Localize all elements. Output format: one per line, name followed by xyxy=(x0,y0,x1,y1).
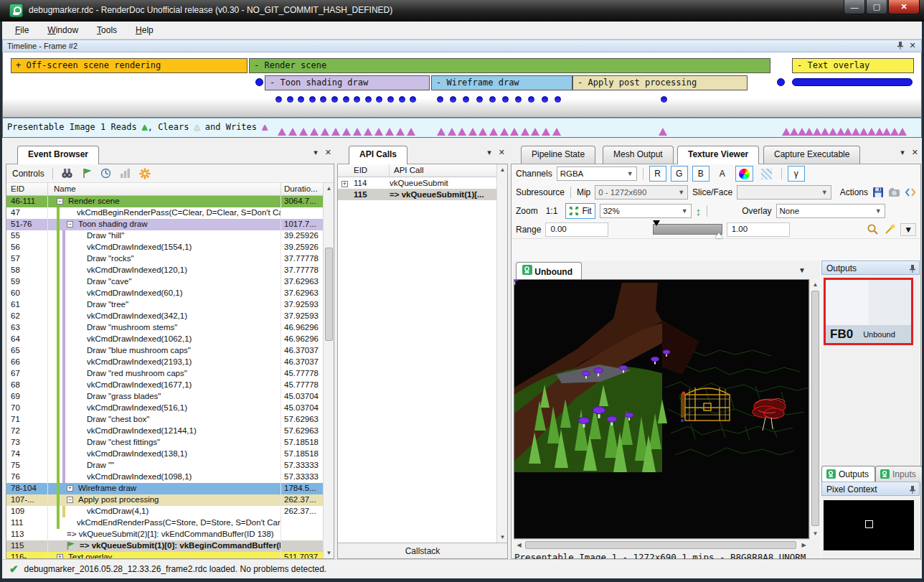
event-row[interactable]: 65Draw "blue mushroom caps"46.37037 xyxy=(6,345,323,357)
timeline-write-triangle[interactable] xyxy=(500,128,509,136)
api-column-eid[interactable]: EID xyxy=(338,164,390,177)
api-calls-menu-icon[interactable]: ▾ xyxy=(487,148,491,157)
tab-event-browser[interactable]: Event Browser xyxy=(17,146,99,164)
event-row[interactable]: 60vkCmdDrawIndexed(60,1)37.62963 xyxy=(6,288,323,299)
column-duration[interactable]: Duratio... xyxy=(281,183,323,195)
event-row[interactable]: 51-76−Toon shading draw1017.7... xyxy=(6,219,323,230)
api-calls-scrollbar[interactable]: ▲ ▼ xyxy=(496,164,507,543)
timeline-bar-wireframe[interactable]: - Wireframe draw xyxy=(431,75,572,90)
channel-red-button[interactable]: R xyxy=(649,166,666,182)
event-row[interactable]: 109vkCmdDraw(4,1)262.37... xyxy=(6,506,323,517)
fb0-thumbnail[interactable]: FB0 Unbound xyxy=(824,278,913,345)
timeline-draw-dot[interactable] xyxy=(255,78,263,86)
scroll-thumb[interactable] xyxy=(525,541,796,549)
timeline-write-triangle[interactable] xyxy=(374,128,383,136)
event-row[interactable]: 61Draw "tree"37.92593 xyxy=(6,299,323,311)
timeline-write-triangle[interactable] xyxy=(478,128,487,136)
timeline-draw-dot[interactable] xyxy=(777,78,785,86)
timeline-write-triangle[interactable] xyxy=(331,128,340,136)
event-row[interactable]: 71Draw "chest box"57.62963 xyxy=(6,414,323,426)
timeline-bar-toon-shading[interactable]: - Toon shading draw xyxy=(265,75,430,90)
flip-y-button[interactable]: ↕ xyxy=(696,205,702,217)
timeline-write-triangle[interactable] xyxy=(521,128,529,136)
callstack-section[interactable]: Callstack xyxy=(338,543,507,558)
event-row[interactable]: 47vkCmdBeginRenderPass(C=Clear, D=Clear,… xyxy=(6,207,323,219)
event-row[interactable]: 68vkCmdDrawIndexed(1677,1)45.77778 xyxy=(6,380,323,391)
event-grid-header[interactable]: EID Name Duratio... xyxy=(6,183,323,196)
event-row[interactable]: 70vkCmdDrawIndexed(516,1)45.03704 xyxy=(6,403,323,414)
timeline-close-icon[interactable]: ✕ xyxy=(907,41,918,52)
timeline-write-triangle[interactable] xyxy=(342,128,351,136)
timeline-write-triangle[interactable] xyxy=(659,128,667,136)
texture-vscrollbar[interactable]: ▲ ▼ xyxy=(809,279,820,539)
scroll-thumb[interactable] xyxy=(811,291,819,526)
maximize-button[interactable]: ▢ xyxy=(866,0,887,14)
pixel-context-view[interactable] xyxy=(824,500,914,550)
timeline-write-triangle[interactable] xyxy=(364,128,372,136)
timeline-write-triangle[interactable] xyxy=(310,128,319,136)
event-row[interactable]: 63Draw "mushroom stems"46.96296 xyxy=(6,322,323,334)
event-row[interactable]: 107-...−Apply post processing262.37... xyxy=(6,494,323,506)
api-calls-close-icon[interactable]: ✕ xyxy=(499,148,505,157)
event-row[interactable]: 75Draw ""57.33333 xyxy=(6,460,323,471)
tab-texture-viewer[interactable]: Texture Viewer xyxy=(677,146,759,164)
event-row[interactable]: 62vkCmdDrawIndexed(342,1)37.92593 xyxy=(6,311,323,322)
texture-hscrollbar[interactable]: ◀ ▶ xyxy=(514,539,809,550)
right-panel-menu-icon[interactable]: ▾ xyxy=(900,148,905,157)
api-grid-header[interactable]: EID API Call xyxy=(338,164,496,177)
minimize-button[interactable]: — xyxy=(844,0,865,14)
texture-image[interactable] xyxy=(514,279,809,539)
right-panel-close-icon[interactable]: ✕ xyxy=(912,148,918,157)
tab-outputs[interactable]: Outputs xyxy=(821,466,875,482)
timeline-write-triangle[interactable] xyxy=(448,128,456,136)
pin-icon[interactable] xyxy=(909,485,915,496)
title-bar[interactable]: debugmarker.rdc - RenderDoc Unofficial r… xyxy=(0,0,924,22)
timeline-bar-post-processing[interactable]: - Apply post processing xyxy=(572,75,748,90)
event-browser-scrollbar[interactable]: ▲ ▼ xyxy=(323,183,334,558)
range-options-button[interactable]: ▼ xyxy=(900,223,916,236)
api-call-row[interactable]: 115=> vkQueueSubmit(1)[... xyxy=(338,189,496,200)
timeline-write-triangle[interactable] xyxy=(288,128,297,136)
tab-unbound[interactable]: Unbound xyxy=(516,262,582,279)
event-row[interactable]: 57Draw "rocks"37.77778 xyxy=(6,253,323,265)
menu-window[interactable]: Window xyxy=(47,25,78,35)
event-row[interactable]: 111vkCmdEndRenderPass(C=Store, D=Store, … xyxy=(6,517,323,529)
tab-pipeline-state[interactable]: Pipeline State xyxy=(521,146,595,164)
event-row[interactable]: 74vkCmdDrawIndexed(138,1)57.18518 xyxy=(6,449,323,460)
expander-minus-icon[interactable]: − xyxy=(67,221,73,227)
expander-plus-icon[interactable]: + xyxy=(57,554,63,558)
timeline-body[interactable]: + Off-screen scene rendering - Render sc… xyxy=(2,52,922,118)
stats-icon[interactable] xyxy=(119,167,132,180)
tab-inputs[interactable]: Inputs xyxy=(875,466,923,482)
pin-icon[interactable] xyxy=(909,264,915,275)
menu-help[interactable]: Help xyxy=(136,25,154,35)
bookmark-star-icon[interactable] xyxy=(138,167,151,180)
timeline-resource-strip[interactable]: Presentable Image 1 Reads ▲, Clears ▲ an… xyxy=(2,118,922,138)
autofit-wand-icon[interactable] xyxy=(883,223,896,236)
api-column-call[interactable]: API Call xyxy=(390,164,496,177)
fit-button[interactable]: Fit xyxy=(565,203,595,219)
mip-select[interactable]: 0 - 1272x690▼ xyxy=(595,185,688,200)
autofit-magnifier-icon[interactable] xyxy=(866,223,879,236)
expander-plus-icon[interactable]: + xyxy=(67,485,73,492)
range-max-handle[interactable] xyxy=(715,233,722,238)
expander-plus-icon[interactable]: + xyxy=(341,181,348,187)
tab-api-calls[interactable]: API Calls xyxy=(349,146,407,164)
expander-minus-icon[interactable]: − xyxy=(67,497,73,503)
scroll-up-icon[interactable]: ▲ xyxy=(810,279,821,290)
timeline-write-triangle[interactable] xyxy=(278,128,286,136)
timeline-bar-render-scene[interactable]: - Render scene xyxy=(249,58,770,73)
event-row[interactable]: 46-111−Render scene3064.7... xyxy=(6,196,323,207)
event-row[interactable]: 73Draw "chest fittings"57.18518 xyxy=(6,437,323,449)
timeline-write-triangle[interactable] xyxy=(353,128,362,136)
timeline-write-triangle[interactable] xyxy=(489,128,498,136)
timeline-write-triangle[interactable] xyxy=(468,128,477,136)
event-row[interactable]: 64vkCmdDrawIndexed(1062,1)46.96296 xyxy=(6,334,323,345)
timeline-write-triangle[interactable] xyxy=(321,128,329,136)
timeline-write-triangle[interactable] xyxy=(407,128,415,136)
overlay-select[interactable]: None▼ xyxy=(776,204,885,218)
event-row[interactable]: 59Draw "cave"37.62963 xyxy=(6,276,323,288)
timeline-write-triangle[interactable] xyxy=(542,128,550,136)
range-slider[interactable] xyxy=(653,224,722,235)
scroll-down-icon[interactable]: ▼ xyxy=(497,532,508,543)
